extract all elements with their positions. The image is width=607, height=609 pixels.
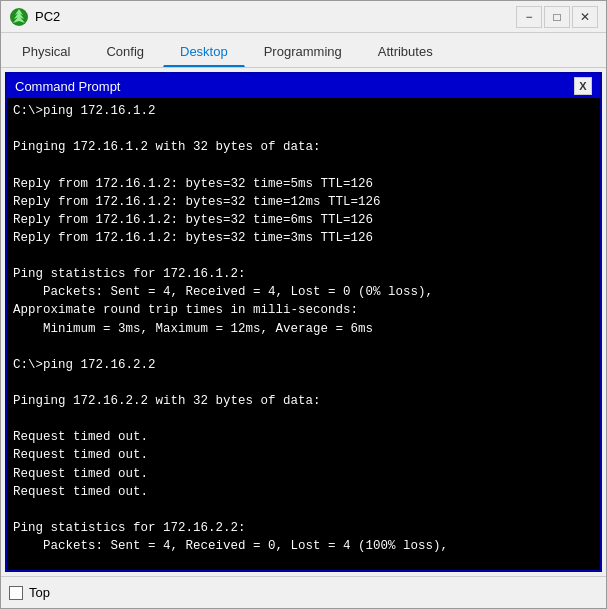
maximize-button[interactable]: □ [544, 6, 570, 28]
tab-desktop[interactable]: Desktop [163, 37, 245, 67]
command-prompt-window: Command Prompt X C:\>ping 172.16.1.2 Pin… [5, 72, 602, 572]
command-prompt-close-button[interactable]: X [574, 77, 592, 95]
tab-config[interactable]: Config [89, 37, 161, 67]
terminal-output[interactable]: C:\>ping 172.16.1.2 Pinging 172.16.1.2 w… [7, 98, 600, 570]
top-label: Top [29, 585, 50, 600]
tab-bar: Physical Config Desktop Programming Attr… [1, 33, 606, 68]
command-prompt-title: Command Prompt [15, 79, 120, 94]
main-window: PC2 − □ ✕ Physical Config Desktop Progra… [0, 0, 607, 609]
bottom-bar: Top [1, 576, 606, 608]
tab-attributes[interactable]: Attributes [361, 37, 450, 67]
minimize-button[interactable]: − [516, 6, 542, 28]
tab-programming[interactable]: Programming [247, 37, 359, 67]
top-checkbox[interactable] [9, 586, 23, 600]
title-bar: PC2 − □ ✕ [1, 1, 606, 33]
content-area: Command Prompt X C:\>ping 172.16.1.2 Pin… [1, 68, 606, 576]
app-icon [9, 7, 29, 27]
close-button[interactable]: ✕ [572, 6, 598, 28]
command-prompt-titlebar: Command Prompt X [7, 74, 600, 98]
window-controls: − □ ✕ [516, 6, 598, 28]
tab-physical[interactable]: Physical [5, 37, 87, 67]
window-title: PC2 [35, 9, 516, 24]
